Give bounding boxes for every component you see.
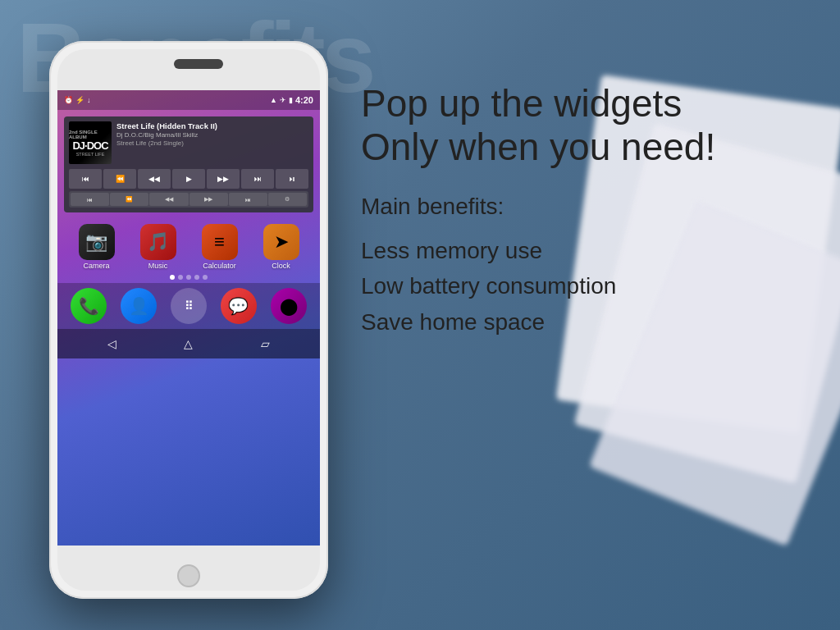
music-app-icon[interactable]: 🎵 bbox=[140, 224, 176, 260]
camera-app-icon[interactable]: 📷 bbox=[79, 224, 115, 260]
benefits-list: Less memory use Low battery consumption … bbox=[361, 233, 807, 340]
page-dots bbox=[57, 272, 320, 283]
phone-inner: ⏰ ⚡ ↓ ▲ ✈ ▮ 4:20 2nd SINGLE A bbox=[57, 49, 320, 591]
app-icon-music-wrap: 🎵 Music bbox=[140, 224, 176, 270]
airplane-icon: ✈ bbox=[280, 96, 286, 104]
next-button[interactable]: ⏭ bbox=[241, 169, 274, 189]
prev-button[interactable]: ⏪ bbox=[103, 169, 136, 189]
benefit-item-2: Low battery consumption bbox=[361, 268, 807, 304]
benefits-title: Main benefits: bbox=[361, 194, 807, 220]
music-album: Street Life (2nd Single) bbox=[116, 139, 308, 147]
marketing-text: Pop up the widgets Only when you need! M… bbox=[361, 82, 807, 340]
battery-icon: ▮ bbox=[289, 96, 293, 104]
clock-app-icon[interactable]: ➤ bbox=[263, 224, 299, 260]
status-icons-left: ⏰ ⚡ ↓ bbox=[64, 96, 91, 104]
music-app-label: Music bbox=[148, 262, 168, 270]
app-icons-row: 📷 Camera 🎵 Music ≡ Calcul bbox=[57, 219, 320, 272]
next-end-button[interactable]: ⏯ bbox=[276, 169, 308, 189]
dot-2 bbox=[178, 275, 183, 280]
benefit-item-1: Less memory use bbox=[361, 233, 807, 268]
status-icons-right: ▲ ✈ ▮ 4:20 bbox=[270, 95, 313, 105]
app-dock: 📞 👤 ⠿ 💬 ⬤ bbox=[57, 283, 320, 329]
phone-speaker bbox=[174, 59, 223, 69]
dot-1 bbox=[170, 275, 175, 280]
rewind-button[interactable]: ◀◀ bbox=[138, 169, 171, 189]
dock-messages-icon[interactable]: 💬 bbox=[221, 288, 257, 324]
download-icon: ↓ bbox=[87, 96, 91, 104]
home-button[interactable]: △ bbox=[184, 337, 193, 350]
album-art-badge-main: DJ·DOC bbox=[72, 139, 107, 152]
back-button[interactable]: ◁ bbox=[107, 337, 116, 350]
status-bar: ⏰ ⚡ ↓ ▲ ✈ ▮ 4:20 bbox=[57, 90, 320, 110]
phone-screen: ⏰ ⚡ ↓ ▲ ✈ ▮ 4:20 2nd SINGLE A bbox=[57, 90, 320, 546]
music-icon: 🎵 bbox=[147, 231, 169, 253]
fast-forward-button[interactable]: ▶▶ bbox=[207, 169, 240, 189]
music-controls-secondary: ⏮ ⏪ ◀◀ ▶▶ ⏭ ⚙ bbox=[69, 191, 308, 208]
album-art-badge-top: 2nd SINGLE ALBUM bbox=[69, 130, 112, 139]
dock-apps-icon[interactable]: ⠿ bbox=[171, 288, 207, 324]
dock-contacts-icon[interactable]: 👤 bbox=[121, 288, 157, 324]
calculator-app-label: Calculator bbox=[203, 262, 236, 270]
camera-icon: 📷 bbox=[85, 231, 107, 253]
ctrl-sm-2[interactable]: ⏪ bbox=[110, 193, 148, 206]
album-art-badge-sub: STREET LIFE bbox=[76, 152, 105, 157]
play-pause-button[interactable]: ▶ bbox=[172, 169, 205, 189]
recents-button[interactable]: ▱ bbox=[261, 337, 270, 350]
calculator-icon: ≡ bbox=[214, 231, 225, 253]
wifi-icon: ▲ bbox=[270, 96, 277, 104]
phone-body: ⏰ ⚡ ↓ ▲ ✈ ▮ 4:20 2nd SINGLE A bbox=[49, 41, 328, 599]
ctrl-sm-1[interactable]: ⏮ bbox=[71, 193, 109, 206]
clock-icon: ➤ bbox=[274, 231, 289, 253]
ctrl-sm-4[interactable]: ▶▶ bbox=[189, 193, 228, 206]
headline-line2: Only when you need! bbox=[361, 126, 715, 168]
benefit-item-3: Save home space bbox=[361, 304, 807, 340]
navigation-bar: ◁ △ ▱ bbox=[57, 329, 320, 358]
dot-5 bbox=[203, 275, 208, 280]
phone-home-button bbox=[177, 564, 200, 587]
calculator-app-icon[interactable]: ≡ bbox=[202, 224, 238, 260]
ctrl-sm-settings[interactable]: ⚙ bbox=[268, 193, 307, 206]
music-controls-main: ⏮ ⏪ ◀◀ ▶ ▶▶ ⏭ ⏯ bbox=[69, 169, 308, 189]
album-art: 2nd SINGLE ALBUM DJ·DOC STREET LIFE bbox=[69, 121, 112, 164]
phone-mockup: ⏰ ⚡ ↓ ▲ ✈ ▮ 4:20 2nd SINGLE A bbox=[49, 41, 328, 599]
camera-app-label: Camera bbox=[83, 262, 109, 270]
ctrl-sm-3[interactable]: ◀◀ bbox=[149, 193, 188, 206]
prev-start-button[interactable]: ⏮ bbox=[69, 169, 102, 189]
music-title: Street Life (Hidden Track II) bbox=[116, 121, 308, 130]
alarm-icon: ⏰ bbox=[64, 96, 73, 104]
dot-3 bbox=[186, 275, 191, 280]
dock-browser-icon[interactable]: ⬤ bbox=[271, 288, 307, 324]
app-icon-clock-wrap: ➤ Clock bbox=[263, 224, 299, 270]
dock-phone-icon[interactable]: 📞 bbox=[71, 288, 107, 324]
music-widget[interactable]: 2nd SINGLE ALBUM DJ·DOC STREET LIFE Stre… bbox=[64, 116, 313, 212]
dot-4 bbox=[194, 275, 199, 280]
music-header: 2nd SINGLE ALBUM DJ·DOC STREET LIFE Stre… bbox=[69, 121, 308, 164]
ctrl-sm-5[interactable]: ⏭ bbox=[229, 193, 267, 206]
music-artist: Dj D.O.C/Big Mama/Ill Skillz bbox=[116, 131, 308, 139]
app-icon-calc-wrap: ≡ Calculator bbox=[202, 224, 238, 270]
headline-line1: Pop up the widgets bbox=[361, 82, 682, 125]
headline: Pop up the widgets Only when you need! bbox=[361, 82, 807, 169]
music-info: Street Life (Hidden Track II) Dj D.O.C/B… bbox=[116, 121, 308, 147]
usb-icon: ⚡ bbox=[75, 96, 84, 104]
status-time: 4:20 bbox=[295, 95, 313, 105]
clock-app-label: Clock bbox=[272, 262, 290, 270]
app-icon-camera-wrap: 📷 Camera bbox=[79, 224, 115, 270]
